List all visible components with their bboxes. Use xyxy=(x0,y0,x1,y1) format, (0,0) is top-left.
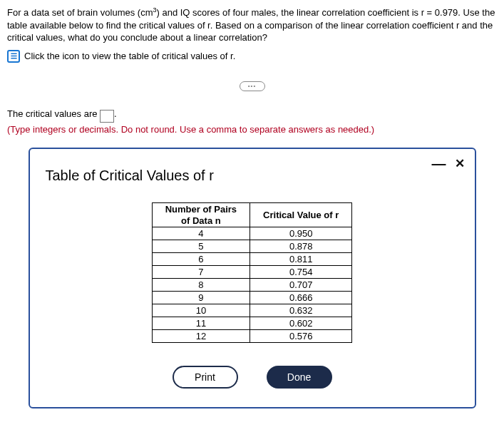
cell-cv: 0.576 xyxy=(250,330,352,343)
answer-suffix: . xyxy=(114,108,117,119)
view-table-row: Click the icon to view the table of crit… xyxy=(7,50,497,63)
table-row: 110.602 xyxy=(152,317,352,330)
critical-values-input[interactable] xyxy=(100,110,114,123)
cell-cv: 0.666 xyxy=(250,292,352,304)
cell-cv: 0.878 xyxy=(250,240,352,253)
table-row: 40.950 xyxy=(152,227,352,240)
done-button[interactable]: Done xyxy=(267,366,332,389)
table-row: 70.754 xyxy=(152,266,352,279)
col-header-cv: Critical Value of r xyxy=(250,202,352,227)
table-row: 60.811 xyxy=(152,253,352,266)
critical-values-modal: — ✕ Table of Critical Values of r Number… xyxy=(29,148,476,408)
cell-cv: 0.754 xyxy=(250,266,352,279)
critical-values-table: Number of Pairs of Data n Critical Value… xyxy=(152,202,353,343)
table-row: 100.632 xyxy=(152,304,352,317)
table-row: 90.666 xyxy=(152,292,352,304)
modal-title: Table of Critical Values of r xyxy=(46,168,461,184)
table-icon[interactable] xyxy=(7,50,20,63)
cell-n: 8 xyxy=(152,279,250,292)
close-icon[interactable]: ✕ xyxy=(453,156,466,171)
col-header-n: Number of Pairs of Data n xyxy=(152,202,250,227)
cell-n: 7 xyxy=(152,266,250,279)
minimize-icon[interactable]: — xyxy=(432,160,445,167)
cell-n: 12 xyxy=(152,330,250,343)
cell-n: 5 xyxy=(152,240,250,253)
cell-cv: 0.602 xyxy=(250,317,352,330)
print-button[interactable]: Print xyxy=(173,366,238,389)
cell-cv: 0.811 xyxy=(250,253,352,266)
cell-n: 9 xyxy=(152,292,250,304)
table-row: 120.576 xyxy=(152,330,352,343)
cell-n: 11 xyxy=(152,317,250,330)
cell-n: 10 xyxy=(152,304,250,317)
expander-button[interactable]: ••• xyxy=(240,81,265,91)
cell-cv: 0.632 xyxy=(250,304,352,317)
cell-n: 6 xyxy=(152,253,250,266)
cell-n: 4 xyxy=(152,227,250,240)
table-row: 50.878 xyxy=(152,240,352,253)
answer-line: The critical values are . xyxy=(7,108,497,123)
table-row: 80.707 xyxy=(152,279,352,292)
view-table-link[interactable]: Click the icon to view the table of crit… xyxy=(24,51,235,61)
cell-cv: 0.707 xyxy=(250,279,352,292)
answer-hint: (Type integers or decimals. Do not round… xyxy=(7,124,497,135)
cell-cv: 0.950 xyxy=(250,227,352,240)
problem-statement: For a data set of brain volumes (cm3) an… xyxy=(7,6,497,44)
answer-prefix: The critical values are xyxy=(7,108,100,119)
table-header-row: Number of Pairs of Data n Critical Value… xyxy=(152,202,352,227)
